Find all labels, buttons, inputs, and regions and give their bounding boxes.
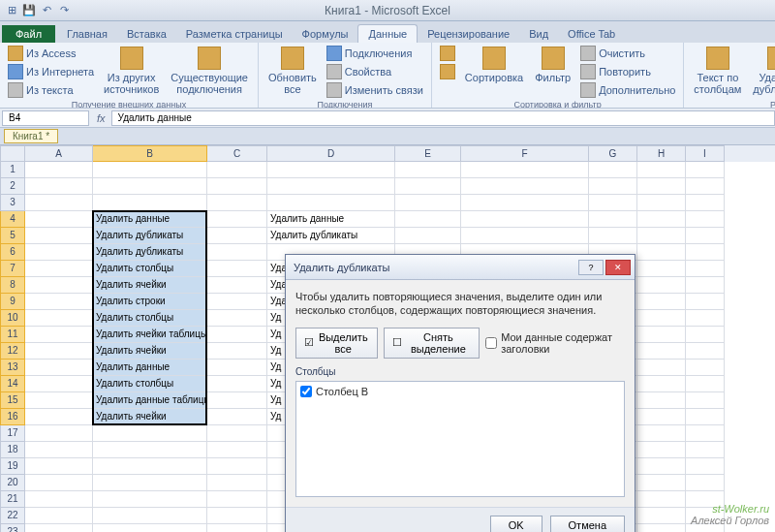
row-header[interactable]: 18 [0,442,25,458]
cell[interactable]: Удалить ячейки [93,343,207,360]
cell[interactable] [686,360,725,376]
cell[interactable] [93,425,207,442]
cell[interactable] [207,294,267,310]
cell[interactable] [637,360,686,376]
cancel-button[interactable]: Отмена [550,516,625,532]
select-all-button[interactable]: ☑Выделить все [295,328,378,359]
cell[interactable] [637,178,686,195]
cell[interactable] [207,491,267,508]
cell[interactable] [25,475,93,491]
row-header[interactable]: 5 [0,228,25,244]
cell[interactable] [637,508,686,524]
cell[interactable] [637,442,686,458]
cell[interactable] [589,228,637,244]
cell[interactable] [686,376,725,392]
cell[interactable] [207,409,267,425]
row-header[interactable]: 6 [0,244,25,261]
cell[interactable]: Удалить ячейки [93,277,207,294]
cell[interactable] [25,409,93,425]
dialog-help-button[interactable]: ? [578,260,604,275]
cell[interactable] [207,524,267,532]
sort-asc-button[interactable] [438,45,457,62]
cell[interactable] [267,178,395,195]
cell[interactable]: Удалить ячейки [93,409,207,425]
cell[interactable] [637,261,686,277]
column-header-B[interactable]: B [93,145,207,162]
row-header[interactable]: 13 [0,360,25,376]
cell[interactable] [589,162,637,178]
cell[interactable] [589,178,637,195]
cell[interactable] [25,228,93,244]
row-header[interactable]: 21 [0,491,25,508]
cell[interactable] [637,277,686,294]
cell[interactable]: Удалить ячейки таблицы [93,327,207,343]
cell[interactable] [207,327,267,343]
filter-button[interactable]: Фильтр [531,45,574,85]
row-header[interactable]: 10 [0,310,25,327]
cell[interactable] [207,508,267,524]
cell[interactable] [686,409,725,425]
sort-desc-button[interactable] [438,63,457,80]
cell[interactable] [686,178,725,195]
cell[interactable] [93,475,207,491]
column-header-F[interactable]: F [461,145,589,162]
cell[interactable] [207,195,267,211]
clear-filter-button[interactable]: Очистить [578,45,677,62]
cell[interactable] [686,195,725,211]
cell[interactable] [207,360,267,376]
cell[interactable] [637,491,686,508]
fx-label[interactable]: fx [91,112,111,124]
from-text-button[interactable]: Из текста [6,81,96,99]
cell[interactable] [25,524,93,532]
existing-conn-button[interactable]: Существующие подключения [167,45,252,97]
workbook-tab[interactable]: Книга1 * [4,129,58,143]
cell[interactable] [637,244,686,261]
column-header-A[interactable]: A [25,145,93,162]
tab-page-layout[interactable]: Разметка страницы [176,25,293,43]
cell[interactable] [637,409,686,425]
deselect-all-button[interactable]: ☐Снять выделение [384,328,480,359]
column-header-D[interactable]: D [267,145,395,162]
save-icon[interactable]: 💾 [21,3,37,18]
ok-button[interactable]: OK [490,516,542,532]
cell[interactable] [93,195,207,211]
cell[interactable] [25,327,93,343]
advanced-filter-button[interactable]: Дополнительно [578,81,677,99]
cell[interactable] [25,195,93,211]
tab-office[interactable]: Office Tab [558,25,625,43]
cell[interactable] [207,475,267,491]
cell[interactable] [637,310,686,327]
text-to-columns-button[interactable]: Текст по столбцам [690,45,745,97]
row-header[interactable]: 4 [0,211,25,228]
cell[interactable] [207,261,267,277]
file-tab[interactable]: Файл [2,25,55,43]
cell[interactable] [461,211,589,228]
cell[interactable]: Удалить данные [93,211,207,228]
column-header-H[interactable]: H [637,145,686,162]
row-header[interactable]: 16 [0,409,25,425]
cell[interactable] [25,162,93,178]
connections-button[interactable]: Подключения [325,45,425,62]
cell[interactable]: Удалить дубликаты [93,244,207,261]
from-other-button[interactable]: Из других источников [100,45,163,97]
cell[interactable] [25,261,93,277]
cell[interactable] [395,211,461,228]
properties-button[interactable]: Свойства [325,63,425,80]
cell[interactable] [207,178,267,195]
cell[interactable] [93,162,207,178]
formula-input[interactable] [111,110,775,126]
row-header[interactable]: 2 [0,178,25,195]
undo-icon[interactable]: ↶ [39,3,54,18]
cell[interactable]: Удалить данные [267,211,395,228]
cell[interactable] [395,162,461,178]
cell[interactable] [637,376,686,392]
tab-formulas[interactable]: Формулы [293,25,358,43]
cell[interactable]: Удалить дубликаты [267,228,395,244]
row-header[interactable]: 3 [0,195,25,211]
column-b-checkbox[interactable] [300,386,312,397]
cell[interactable] [207,458,267,475]
cell[interactable] [686,211,725,228]
cell[interactable] [25,376,93,392]
cell[interactable] [207,442,267,458]
cell[interactable] [461,195,589,211]
